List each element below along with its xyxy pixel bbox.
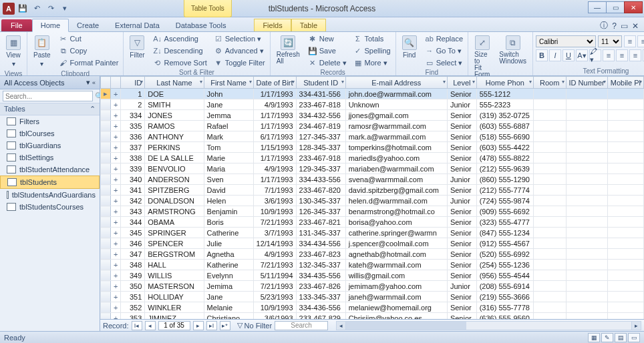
design-view-shortcut[interactable]: ✎ bbox=[601, 333, 613, 342]
cell[interactable]: 5/23/1993 bbox=[253, 292, 296, 302]
nav-item-filters[interactable]: Filters bbox=[0, 115, 100, 127]
cell[interactable] bbox=[607, 270, 643, 281]
next-record-button[interactable]: ▸ bbox=[193, 321, 204, 330]
cell[interactable]: DOE bbox=[145, 89, 204, 99]
tab-database-tools[interactable]: Database Tools bbox=[168, 19, 234, 31]
cell[interactable]: 347 bbox=[121, 249, 145, 260]
select-all-corner[interactable] bbox=[101, 77, 111, 89]
cell[interactable] bbox=[533, 153, 566, 163]
scroll-right-button[interactable]: ▸ bbox=[631, 322, 641, 330]
cell[interactable]: SPRINGER bbox=[145, 228, 204, 238]
cell[interactable] bbox=[607, 153, 643, 163]
cell[interactable] bbox=[607, 260, 643, 270]
expand-subrow[interactable]: + bbox=[111, 89, 121, 99]
column-header[interactable]: First Name▾ bbox=[204, 77, 253, 89]
cell[interactable]: (909) 555-6692 bbox=[476, 206, 533, 217]
cell[interactable]: Senior bbox=[447, 217, 476, 228]
cell[interactable]: DE LA SALLE bbox=[145, 153, 204, 163]
save-record-button[interactable]: 💾Save bbox=[306, 45, 349, 56]
table-row[interactable]: +343ARMSTRONGBenjamin10/9/1993126-345-33… bbox=[101, 206, 644, 217]
record-position-input[interactable] bbox=[158, 321, 190, 330]
cell[interactable] bbox=[607, 121, 643, 131]
row-selector[interactable] bbox=[101, 270, 111, 281]
cell[interactable]: Unknown bbox=[345, 99, 447, 110]
row-selector[interactable] bbox=[101, 163, 111, 174]
cell[interactable]: 1/15/1993 bbox=[253, 142, 296, 153]
expand-subrow[interactable]: + bbox=[111, 196, 121, 206]
cell[interactable]: (478) 555-8822 bbox=[476, 153, 533, 163]
row-selector[interactable] bbox=[101, 292, 111, 302]
cell[interactable]: Katherine bbox=[204, 260, 253, 270]
cell[interactable]: mariaben@warmmail.com bbox=[345, 163, 447, 174]
cell[interactable]: 350 bbox=[121, 281, 145, 292]
cell[interactable] bbox=[607, 110, 643, 121]
cell[interactable]: 10/9/1993 bbox=[253, 302, 296, 313]
view-button[interactable]: ▦ View ▾ bbox=[3, 33, 24, 69]
row-selector[interactable] bbox=[101, 99, 111, 110]
column-dropdown-icon[interactable]: ▾ bbox=[472, 79, 475, 85]
table-row[interactable]: +341SPITZBERGDavid7/1/1993233-467-820dav… bbox=[101, 185, 644, 196]
cell[interactable] bbox=[607, 238, 643, 249]
cell[interactable]: SPENCER bbox=[145, 238, 204, 249]
cell[interactable]: 233-467-818 bbox=[296, 99, 345, 110]
cell[interactable] bbox=[533, 228, 566, 238]
cell[interactable] bbox=[533, 174, 566, 185]
cell[interactable]: 344 bbox=[121, 217, 145, 228]
cell[interactable] bbox=[566, 196, 607, 206]
cell[interactable]: mariedls@yahoo.com bbox=[345, 153, 447, 163]
column-header[interactable]: Room▾ bbox=[533, 77, 566, 89]
cell[interactable]: Jane bbox=[204, 99, 253, 110]
cell[interactable]: svena@warmmail.com bbox=[345, 174, 447, 185]
cell[interactable]: 7/21/1993 bbox=[253, 281, 296, 292]
expand-subrow[interactable]: + bbox=[111, 206, 121, 217]
cell[interactable]: borisa@yahoo.com bbox=[345, 217, 447, 228]
column-dropdown-icon[interactable]: ▾ bbox=[443, 79, 446, 85]
cell[interactable]: Senior bbox=[447, 270, 476, 281]
cell[interactable]: DONALDSON bbox=[145, 196, 204, 206]
table-row[interactable]: +339BENVOLIOMaria4/9/1993129-345-337mari… bbox=[101, 163, 644, 174]
nav-group-tables[interactable]: Tables ⌃ bbox=[0, 103, 100, 115]
cell[interactable] bbox=[566, 174, 607, 185]
cell[interactable] bbox=[533, 292, 566, 302]
cell[interactable] bbox=[607, 313, 643, 320]
cell[interactable] bbox=[607, 249, 643, 260]
cell[interactable]: benarmstrong@hotmail.co bbox=[345, 206, 447, 217]
first-record-button[interactable]: I◂ bbox=[132, 321, 142, 330]
cell[interactable] bbox=[566, 292, 607, 302]
cell[interactable] bbox=[533, 185, 566, 196]
cell[interactable] bbox=[566, 121, 607, 131]
cell[interactable] bbox=[566, 270, 607, 281]
cell[interactable]: 233-467-826 bbox=[296, 281, 345, 292]
cell[interactable]: Helen bbox=[204, 196, 253, 206]
tab-table[interactable]: Table bbox=[291, 19, 326, 31]
form-view-shortcut[interactable]: ▭ bbox=[628, 333, 640, 342]
mdi-restore-icon[interactable]: ▭ bbox=[621, 21, 628, 31]
cell[interactable]: SPITZBERG bbox=[145, 185, 204, 196]
row-selector[interactable] bbox=[101, 185, 111, 196]
cell[interactable] bbox=[607, 302, 643, 313]
cell[interactable]: melaniew@homemail.org bbox=[345, 302, 447, 313]
cell[interactable]: (212) 555-7774 bbox=[476, 185, 533, 196]
cell[interactable]: 127-345-337 bbox=[296, 131, 345, 142]
tab-home[interactable]: Home bbox=[32, 19, 69, 32]
cell[interactable]: 334-435-556 bbox=[296, 270, 345, 281]
qat-dropdown-icon[interactable]: ▾ bbox=[59, 3, 71, 15]
row-selector[interactable] bbox=[101, 131, 111, 142]
cell[interactable]: 1/17/1993 bbox=[253, 174, 296, 185]
descending-button[interactable]: Z↓Descending bbox=[151, 45, 209, 56]
cell[interactable]: HALL bbox=[145, 260, 204, 270]
cell[interactable] bbox=[607, 142, 643, 153]
remove-sort-button[interactable]: ⟲Remove Sort bbox=[151, 57, 209, 68]
replace-button[interactable]: abReplace bbox=[423, 33, 465, 44]
cell[interactable]: Boris bbox=[204, 217, 253, 228]
cell[interactable]: janeh@warmmail.com bbox=[345, 292, 447, 302]
decrease-indent-icon[interactable]: ≡ bbox=[624, 35, 636, 47]
data-grid[interactable]: ID▾Last Name▾First Name▾Date of Birt▾Stu… bbox=[100, 76, 644, 319]
scroll-left-button[interactable]: ◂ bbox=[337, 322, 346, 330]
nav-header[interactable]: All Access Objects ▾ « bbox=[0, 76, 100, 89]
nav-search-input[interactable] bbox=[3, 91, 93, 101]
cell[interactable]: Agnetha bbox=[204, 249, 253, 260]
expand-subrow[interactable]: + bbox=[111, 260, 121, 270]
nav-item-tblstudentscourses[interactable]: tblStudentsCourses bbox=[0, 201, 100, 213]
expand-subrow[interactable]: + bbox=[111, 292, 121, 302]
